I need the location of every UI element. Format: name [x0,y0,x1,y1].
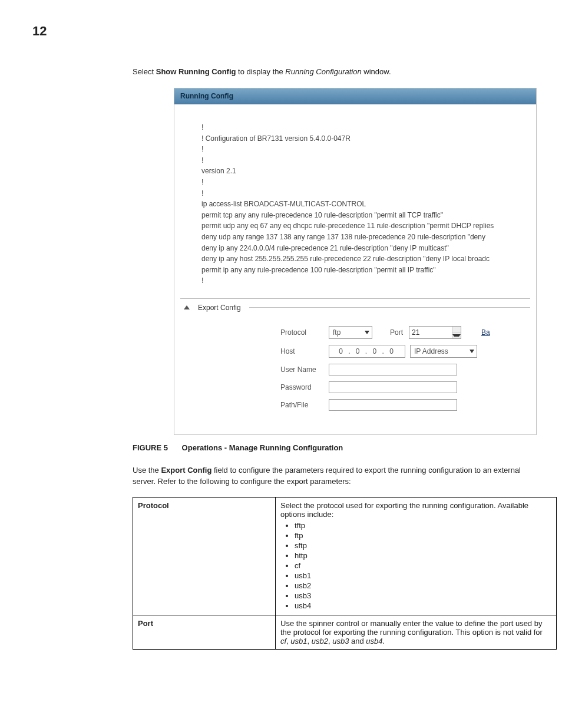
pd-f: . [383,637,385,645]
protocol-select[interactable]: ftp [329,326,372,339]
header-rule [249,307,530,308]
chevron-down-icon [365,331,369,334]
host-type-select[interactable]: IP Address [410,345,477,358]
pd-c: , [308,637,312,645]
page-number: 12 [32,24,530,39]
config-line: deny udp any range 137 138 any range 137… [201,232,530,243]
config-line: permit udp any eq 67 any eq dhcpc rule-p… [201,220,530,232]
collapse-icon[interactable] [184,305,190,309]
pd-e: and [349,637,366,645]
config-line: ! [201,155,530,166]
host-type-value: IP Address [414,347,448,355]
intro-mid: to display the [236,67,286,76]
param-desc: Select the protocol used for exporting t… [276,497,557,615]
export-config-section: Export Config Protocol ftp Port 21 [174,299,536,434]
intro-bold: Show Running Config [156,67,236,76]
table-row: Protocol Select the protocol used for ex… [133,497,557,615]
trailing-link[interactable]: Ba [481,328,490,337]
host-input[interactable]: 0 . 0 . 0 . 0 [329,345,405,358]
config-line: permit tcp any any rule-precedence 10 ru… [201,210,530,221]
port-spinner[interactable]: 21 [409,326,461,339]
pd-i5: usb4 [366,637,382,645]
config-line: ! [201,275,530,286]
protocol-value: ftp [333,328,340,337]
pd-i1: cf [280,637,286,645]
list-item: usb2 [295,581,551,590]
list-item: usb1 [295,571,551,580]
config-line: permit ip any any rule-precedence 100 ru… [201,265,530,276]
pathfile-input[interactable] [329,399,457,411]
figure-number: FIGURE 5 [133,443,168,452]
password-input[interactable] [329,381,457,393]
param-key: Protocol [133,497,276,615]
desc-intro: Select the protocol used for exporting t… [280,501,528,519]
param-desc: Use the spinner control or manually ente… [276,615,557,649]
port-label: Port [390,328,403,337]
intro-prefix: Select [133,67,156,76]
pd-a: Use the spinner control or manually ente… [280,619,543,637]
spinner-up[interactable] [452,327,461,333]
config-line: ip access-list BROADCAST-MULTICAST-CONTR… [201,199,530,210]
list-item: usb4 [295,601,551,610]
pathfile-row: Path/File [280,399,530,411]
pd-i3: usb2 [312,637,328,645]
export-form: Protocol ftp Port 21 Ba Host 0 . 0 [280,326,530,411]
config-textarea: ! ! Configuration of BR7131 version 5.4.… [180,104,530,299]
body-paragraph: Use the Export Config field to configure… [133,465,530,487]
window-titlebar: Running Config [174,88,536,104]
para-b: Export Config [161,466,211,475]
config-line: ! [201,188,530,199]
intro-text: Select Show Running Config to display th… [133,67,530,76]
pd-i4: usb3 [332,637,349,645]
figure-caption: FIGURE 5 Operations - Manage Running Con… [133,443,530,452]
host-row: Host 0 . 0 . 0 . 0 IP Address [280,345,530,358]
host-label: Host [280,347,329,355]
list-item: http [295,551,551,560]
option-list: tftp ftp sftp http cf usb1 usb2 usb3 usb… [280,521,551,610]
intro-suffix: window. [362,67,391,76]
config-line: ! [201,177,530,188]
table-row: Port Use the spinner control or manually… [133,615,557,649]
password-label: Password [280,383,329,391]
list-item: usb3 [295,591,551,600]
list-item: sftp [295,541,551,550]
list-item: tftp [295,521,551,530]
figure-title: Operations - Manage Running Configuratio… [182,443,343,452]
chevron-down-icon [470,350,474,353]
para-a: Use the [133,466,161,475]
running-config-window: Running Config ! ! Configuration of BR71… [174,88,537,435]
pathfile-label: Path/File [280,401,329,409]
param-key: Port [133,615,276,649]
list-item: ftp [295,531,551,540]
pd-i2: usb1 [290,637,307,645]
port-value[interactable]: 21 [409,327,452,338]
config-line: deny ip any host 255.255.255.255 rule-pr… [201,253,530,265]
username-row: User Name [280,364,530,375]
config-line: deny ip any 224.0.0.0/4 rule-precedence … [201,243,530,254]
protocol-row: Protocol ftp Port 21 Ba [280,326,530,339]
password-row: Password [280,381,530,393]
config-line: ! [201,144,530,155]
config-line: version 2.1 [201,166,530,177]
intro-italic: Running Configuration [285,67,361,76]
spinner-down[interactable] [452,332,461,338]
username-input[interactable] [329,364,457,375]
list-item: cf [295,561,551,570]
parameters-table: Protocol Select the protocol used for ex… [133,497,557,650]
protocol-label: Protocol [280,328,329,337]
config-line: ! [201,122,530,133]
config-line: ! Configuration of BR7131 version 5.4.0.… [201,133,530,144]
export-config-header[interactable]: Export Config [180,301,530,326]
username-label: User Name [280,365,329,374]
export-config-title: Export Config [198,304,241,312]
